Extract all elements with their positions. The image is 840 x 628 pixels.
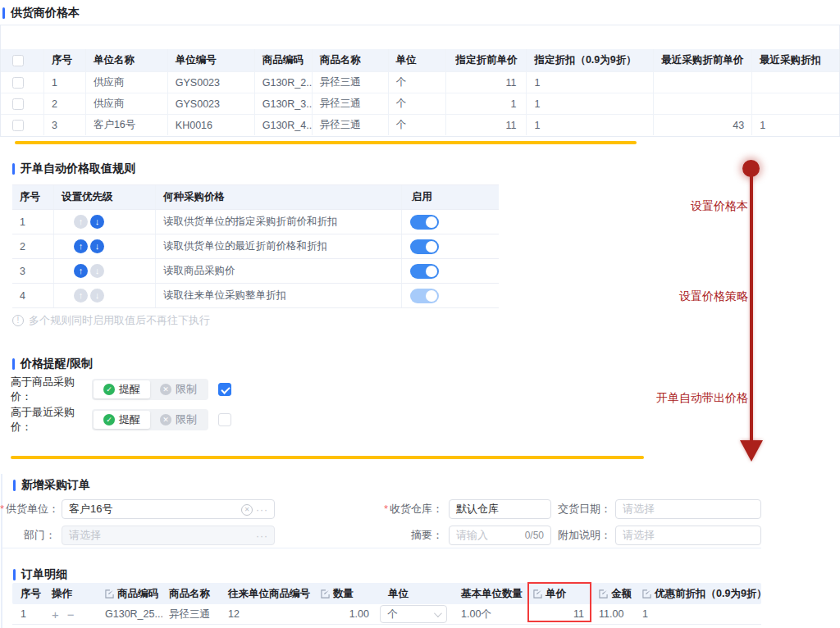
extra-note-input[interactable]: 请选择 bbox=[615, 526, 761, 545]
add-row-button[interactable]: + bbox=[52, 608, 59, 621]
price-limit-checkbox[interactable] bbox=[218, 383, 231, 396]
header-cell: 往来单位商品编号 bbox=[221, 583, 314, 604]
section-title-new-order: 新增采购订单 bbox=[13, 478, 90, 493]
page: 供货商价格本 序号 单位名称 单位编号 商品编码 商品名称 单位 指定折前单价 … bbox=[0, 0, 840, 628]
header-cell: 商品编码 bbox=[98, 583, 162, 604]
rule-row: 1 ↑ ↓ 读取供货单位的指定采购折前价和折扣 bbox=[12, 210, 499, 234]
table-row: 1 供应商 GYS0023 G130R_2... 异径三通 个 11 1 bbox=[1, 71, 839, 93]
cell-pre-discount[interactable]: 1 bbox=[636, 604, 761, 624]
clear-icon[interactable]: ✕ bbox=[241, 504, 253, 516]
header-cell: 序号 bbox=[44, 49, 86, 71]
row-checkbox[interactable] bbox=[12, 98, 24, 110]
header-select-all-cell bbox=[1, 49, 44, 71]
annotation-arrowhead-icon bbox=[740, 440, 763, 462]
cell-unit-name: 供应商 bbox=[86, 93, 168, 114]
check-circle-icon: ✓ bbox=[103, 414, 115, 425]
title-accent-bar bbox=[12, 163, 15, 175]
annotation-step3: 开单自动带出价格 bbox=[609, 391, 748, 406]
cell-product-code[interactable]: G130R_25... bbox=[98, 604, 162, 624]
cell-partner-code: 12 bbox=[221, 604, 314, 624]
cell-unit-name: 供应商 bbox=[86, 72, 168, 93]
section-title-order-details: 订单明细 bbox=[13, 567, 67, 582]
section-title-price-limit: 价格提醒/限制 bbox=[12, 357, 93, 371]
move-down-icon[interactable]: ↓ bbox=[90, 289, 104, 303]
more-icon[interactable]: ··· bbox=[256, 504, 268, 516]
section-title-supplier-price-book: 供货商价格本 bbox=[2, 6, 80, 20]
move-up-icon[interactable]: ↑ bbox=[74, 215, 88, 229]
price-limit-checkbox[interactable] bbox=[218, 413, 231, 426]
more-icon[interactable]: ··· bbox=[256, 530, 268, 542]
limit-option[interactable]: ✕ 限制 bbox=[150, 380, 207, 398]
row-checkbox[interactable] bbox=[12, 120, 24, 131]
move-down-icon[interactable]: ↓ bbox=[90, 264, 104, 278]
edit-icon bbox=[533, 589, 542, 598]
cell-seq: 1 bbox=[44, 72, 86, 93]
enable-toggle[interactable] bbox=[410, 239, 439, 254]
cell-unit-code: GYS0023 bbox=[168, 93, 255, 114]
remind-option[interactable]: ✓ 提醒 bbox=[94, 411, 150, 429]
rule-desc: 读取供货单位的指定采购折前价和折扣 bbox=[156, 210, 402, 234]
header-cell: 数量 bbox=[314, 583, 376, 604]
header-cell: 金额 bbox=[592, 583, 636, 604]
enable-toggle[interactable] bbox=[410, 264, 439, 279]
table-header-row: 序号 单位名称 单位编号 商品编码 商品名称 单位 指定折前单价 指定折扣（0.… bbox=[1, 49, 839, 71]
cell-unit: 个 bbox=[376, 604, 454, 624]
edit-icon bbox=[642, 589, 651, 598]
rule-seq: 4 bbox=[12, 284, 54, 307]
annotation-arrow-line bbox=[750, 175, 753, 444]
department-input[interactable]: 请选择 ··· bbox=[62, 526, 275, 545]
x-circle-icon: ✕ bbox=[160, 384, 171, 395]
cell-price: 1 bbox=[446, 93, 527, 114]
limit-option[interactable]: ✕ 限制 bbox=[150, 411, 207, 429]
delivery-date-input[interactable]: 请选择 bbox=[615, 499, 761, 519]
cell-operations: + − bbox=[45, 604, 98, 624]
table-row: 3 客户16号 KH0016 G130R_4... 异径三通 个 11 1 43… bbox=[1, 114, 839, 135]
header-cell: 设置优先级 bbox=[54, 185, 156, 209]
move-up-icon[interactable]: ↑ bbox=[74, 289, 88, 303]
section-title-text: 供货商价格本 bbox=[11, 6, 80, 20]
header-cell: 何种采购价格 bbox=[156, 185, 402, 209]
table-toolbar-empty bbox=[1, 25, 839, 49]
cell-quantity[interactable]: 1.00 bbox=[314, 604, 376, 624]
header-cell: 单价 bbox=[525, 583, 592, 604]
cell-product-name: 异径三通 bbox=[313, 115, 389, 135]
cell-product-code: G130R_2... bbox=[255, 72, 313, 93]
delivery-date-label: 交货日期： bbox=[529, 499, 611, 519]
section-title-price-rules: 开单自动价格取值规则 bbox=[12, 162, 135, 176]
title-accent-bar bbox=[12, 358, 15, 370]
department-field-label: 部门： bbox=[0, 526, 56, 545]
header-cell: 序号 bbox=[12, 185, 54, 209]
cell-product-name: 异径三通 bbox=[313, 93, 389, 114]
row-checkbox[interactable] bbox=[12, 77, 24, 89]
supplier-price-table: 序号 单位名称 单位编号 商品编码 商品名称 单位 指定折前单价 指定折扣（0.… bbox=[0, 25, 840, 137]
header-cell: 最近采购折扣 bbox=[752, 49, 839, 71]
rule-row: 3 ↑ ↓ 读取商品采购价 bbox=[12, 259, 499, 284]
cell-discount: 1 bbox=[527, 93, 654, 114]
table-row: 2 供应商 GYS0023 G130R_3... 异径三通 个 1 1 bbox=[1, 93, 839, 114]
title-accent-bar bbox=[13, 480, 16, 491]
header-cell: 单位 bbox=[376, 583, 454, 604]
yellow-divider bbox=[11, 456, 644, 459]
unit-select[interactable]: 个 bbox=[380, 605, 447, 623]
purchase-order-form: 新增采购订单 *供货单位： 客户16号 ✕ ··· *收货仓库： 默认仓库 交货… bbox=[0, 476, 761, 548]
supplier-input[interactable]: 客户16号 ✕ ··· bbox=[62, 499, 275, 519]
rule-seq: 2 bbox=[12, 234, 54, 258]
cell-amount[interactable]: 11.00 bbox=[592, 604, 636, 624]
annotation-step1: 设置价格本 bbox=[609, 199, 748, 214]
move-down-icon[interactable]: ↓ bbox=[90, 215, 104, 229]
move-up-icon[interactable]: ↑ bbox=[74, 264, 88, 278]
move-down-icon[interactable]: ↓ bbox=[90, 239, 104, 253]
select-all-checkbox[interactable] bbox=[12, 55, 24, 66]
remove-row-button[interactable]: − bbox=[67, 608, 75, 621]
price-limit-label: 高于最近采购价： bbox=[11, 405, 92, 435]
move-up-icon[interactable]: ↑ bbox=[74, 239, 88, 253]
header-cell: 优惠前折扣（0.9为9折） bbox=[636, 583, 761, 604]
rule-desc: 读取供货单位的最近折前价格和折扣 bbox=[156, 234, 402, 258]
cell-unit-price[interactable]: 11 bbox=[525, 604, 592, 624]
section-title-text: 订单明细 bbox=[21, 567, 67, 582]
warehouse-field-label: *收货仓库： bbox=[361, 499, 443, 519]
enable-toggle[interactable] bbox=[410, 215, 439, 230]
enable-toggle[interactable] bbox=[410, 289, 439, 303]
cell-recent-price: 43 bbox=[654, 115, 752, 135]
remind-option[interactable]: ✓ 提醒 bbox=[94, 380, 150, 398]
